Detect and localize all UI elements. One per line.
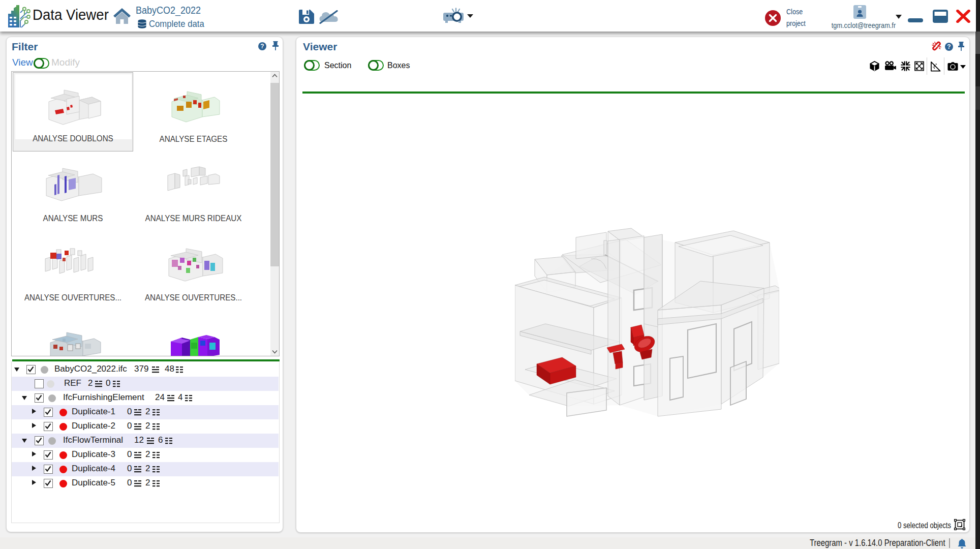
- svg-text:?: ?: [260, 43, 264, 50]
- svg-text:?: ?: [947, 43, 951, 50]
